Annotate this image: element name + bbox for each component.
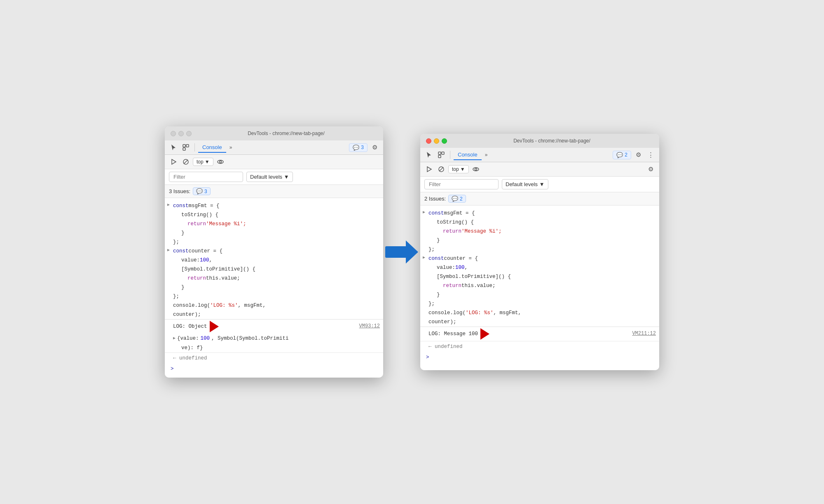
traffic-lights-right [426, 138, 447, 144]
traffic-light-max-right[interactable] [442, 138, 447, 144]
blue-arrow-container [383, 240, 420, 264]
traffic-light-min-left[interactable] [178, 131, 184, 136]
cursor-icon-right[interactable] [424, 149, 434, 160]
code-line-3-right: return 'Message %i'; [420, 227, 659, 236]
log-object-line2-left: ve): f} [165, 343, 383, 352]
traffic-light-close-right[interactable] [426, 138, 431, 144]
log-line-ref-left[interactable]: VM93:12 [359, 322, 380, 330]
block-icon-left[interactable] [180, 156, 191, 167]
default-levels-right[interactable]: Default levels ▼ [502, 179, 548, 189]
svg-rect-1 [186, 145, 189, 147]
code-line-5-right: }; [420, 245, 659, 254]
tab-console-right[interactable]: Console [454, 150, 482, 160]
top-dropdown-right: ▼ [460, 166, 465, 172]
undefined-text-left: undefined [179, 355, 207, 361]
console-content-left: const msgFmt = { toString() { return 'Me… [165, 198, 383, 378]
console-content-right: const msgFmt = { toString() { return 'Me… [420, 205, 659, 370]
more-tabs-left[interactable]: » [228, 143, 234, 152]
red-arrow-right [480, 328, 489, 340]
svg-marker-3 [172, 159, 176, 164]
block-icon-right[interactable] [436, 164, 447, 175]
code-line-6-right: const counter = { [420, 254, 659, 263]
code-line-12-right: console.log( 'LOG: %s' , msgFmt, [420, 308, 659, 317]
svg-line-13 [439, 167, 443, 171]
code-line-1-left: const msgFmt = { [165, 201, 383, 210]
red-arrow-left [210, 321, 219, 332]
issues-badge-left[interactable]: 💬 3 [349, 143, 368, 152]
issues-count-left: 3 [361, 145, 364, 150]
issues-bar-right: 2 Issues: 💬 2 [420, 192, 659, 205]
gear-button-right[interactable]: ⚙ [633, 149, 644, 160]
code-line-4-left: } [165, 229, 383, 238]
issues-count-badge-left[interactable]: 💬 3 [193, 187, 211, 195]
code-line-10-left: } [165, 283, 383, 292]
traffic-lights-left [171, 131, 192, 136]
svg-line-5 [184, 160, 188, 164]
code-line-13-right: counter); [420, 317, 659, 327]
code-line-9-left: return this.value; [165, 274, 383, 283]
issues-prefix-left: 3 Issues: [169, 188, 190, 194]
log-output-row-left: LOG: Object VM93:12 [165, 319, 383, 334]
filter-input-right[interactable] [424, 179, 499, 189]
window-title-right: DevTools - chrome://new-tab-page/ [450, 138, 653, 144]
expand-tri-left[interactable]: ▶ [173, 335, 176, 342]
arrow-head [406, 240, 418, 264]
code-line-13-left: counter); [165, 310, 383, 319]
cursor-icon-left[interactable] [168, 142, 179, 153]
divider-1-right [450, 151, 450, 159]
window-title-left: DevTools - chrome://new-tab-page/ [195, 131, 377, 136]
filter-bar-left: Default levels ▼ [165, 169, 383, 185]
code-line-6-left: const counter = { [165, 247, 383, 256]
play-icon-right[interactable] [424, 164, 434, 175]
top-selector-right[interactable]: top ▼ [448, 165, 469, 173]
traffic-light-close-left[interactable] [171, 131, 176, 136]
arrow-body [385, 246, 406, 258]
code-line-10-right: } [420, 290, 659, 299]
log-line-ref-right[interactable]: VM211:12 [632, 330, 656, 338]
devtools-window-left: DevTools - chrome://new-tab-page/ Consol… [165, 126, 383, 378]
eye-icon-left[interactable] [215, 156, 226, 167]
code-line-8-right: [Symbol.toPrimitive]() { [420, 272, 659, 281]
prompt-line-left[interactable]: > [165, 364, 383, 374]
tab-console-left[interactable]: Console [198, 142, 226, 153]
secondary-toolbar-left: top ▼ [165, 155, 383, 169]
svg-rect-8 [438, 152, 441, 154]
title-bar-right: DevTools - chrome://new-tab-page/ [420, 134, 659, 148]
traffic-light-min-right[interactable] [434, 138, 439, 144]
code-line-4-right: } [420, 236, 659, 245]
secondary-toolbar-right: top ▼ ⚙ [420, 162, 659, 177]
issues-badge-right[interactable]: 💬 2 [613, 151, 631, 159]
gear-button-left[interactable]: ⚙ [369, 142, 380, 153]
log-output-row-right: LOG: Message 100 VM211:12 [420, 327, 659, 341]
inspector-icon-right[interactable] [436, 149, 447, 160]
play-icon-left[interactable] [168, 156, 179, 167]
issues-badge-icon-right: 💬 [452, 196, 458, 202]
filter-input-left[interactable] [169, 172, 243, 182]
code-line-7-right: value: 100 , [420, 263, 659, 272]
prompt-line-right[interactable]: > [420, 352, 659, 363]
issues-badge-count-right: 2 [460, 196, 463, 202]
inspector-icon-left[interactable] [180, 142, 191, 153]
gear-icon-left: ⚙ [372, 144, 377, 151]
prompt-symbol-left: > [171, 366, 174, 372]
issues-count-badge-right[interactable]: 💬 2 [448, 195, 466, 203]
traffic-light-max-left[interactable] [186, 131, 192, 136]
log-output-left: LOG: Object [173, 321, 354, 332]
gear-icon-right: ⚙ [636, 151, 641, 159]
code-line-7-left: value: 100 , [165, 256, 383, 265]
default-levels-left[interactable]: Default levels ▼ [246, 172, 293, 182]
undefined-line-left: ← undefined [165, 352, 383, 364]
issues-badge-count-left: 3 [204, 189, 207, 194]
dots-button-right[interactable]: ⋮ [645, 149, 656, 160]
undefined-line-right: ← undefined [420, 341, 659, 352]
eye-icon-right[interactable] [471, 164, 481, 175]
more-tabs-right[interactable]: » [483, 150, 489, 159]
top-selector-left[interactable]: top ▼ [193, 158, 213, 166]
gear-secondary-right[interactable]: ⚙ [645, 164, 656, 175]
tab-console-label-left: Console [202, 144, 222, 150]
arrow-left-symbol: ← [173, 355, 179, 361]
svg-point-7 [219, 161, 221, 163]
filter-bar-right: Default levels ▼ [420, 177, 659, 192]
undefined-text-right: undefined [435, 344, 463, 350]
svg-rect-10 [438, 155, 441, 158]
